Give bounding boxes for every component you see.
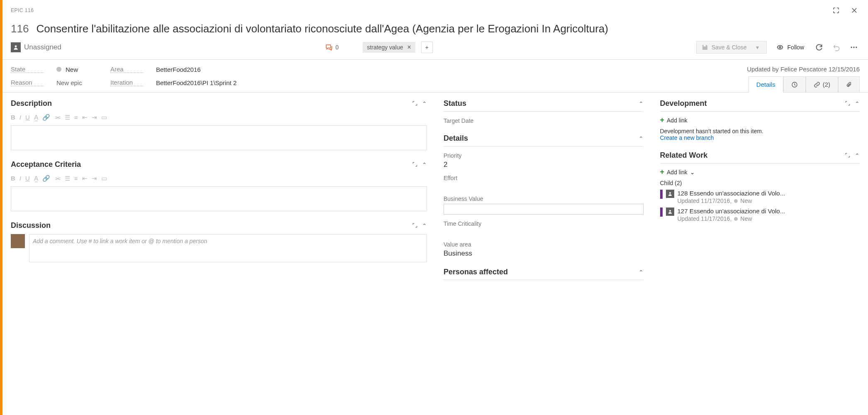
chevron-up-icon[interactable]: ⌃ — [855, 152, 860, 159]
expand-icon[interactable] — [412, 100, 418, 107]
image-icon[interactable]: ▭ — [101, 175, 107, 182]
expand-icon[interactable] — [845, 152, 851, 159]
tag-remove-icon[interactable]: × — [407, 44, 411, 51]
chevron-up-icon[interactable]: ⌃ — [639, 100, 644, 107]
expand-icon[interactable] — [845, 100, 851, 107]
font-icon[interactable]: A̲ — [34, 175, 38, 182]
eye-icon — [776, 44, 784, 51]
maximize-icon[interactable] — [831, 5, 841, 16]
area-value[interactable]: BetterFood2016 — [156, 66, 201, 73]
comment-input[interactable]: Add a comment. Use # to link a work item… — [29, 234, 427, 262]
add-dev-link-button[interactable]: + Add link — [660, 116, 860, 124]
unlink-icon[interactable]: ⫘ — [54, 114, 61, 121]
link-icon[interactable]: 🔗 — [42, 175, 50, 182]
image-icon[interactable]: ▭ — [101, 114, 107, 121]
plus-icon: + — [660, 168, 665, 176]
more-icon[interactable] — [848, 42, 860, 53]
svg-point-3 — [853, 46, 854, 48]
chevron-up-icon[interactable]: ⌃ — [639, 135, 644, 142]
child-heading: Child (2) — [660, 180, 860, 186]
chevron-up-icon[interactable]: ⌃ — [422, 222, 427, 229]
save-icon — [702, 44, 708, 51]
chevron-up-icon[interactable]: ⌃ — [855, 100, 860, 107]
chevron-down-icon[interactable]: ▾ — [756, 44, 759, 51]
unassigned-avatar-icon — [666, 208, 674, 216]
acceptance-input[interactable] — [11, 186, 427, 211]
business-value-label: Business Value — [444, 195, 644, 202]
development-heading: Development — [660, 99, 707, 108]
state-dot-icon — [734, 199, 738, 203]
updated-by: Updated by Felice Pescatore 12/15/2016 — [747, 66, 860, 73]
comment-count[interactable]: 0 — [325, 44, 339, 51]
area-label: Area — [110, 66, 144, 73]
add-related-link-button[interactable]: + Add link ⌄ — [660, 168, 860, 176]
child-work-item[interactable]: 127 Essendo un'associazione di Volo... U… — [660, 208, 860, 222]
tab-attachments[interactable] — [838, 76, 860, 92]
unlink-icon[interactable]: ⫘ — [54, 175, 61, 182]
chevron-up-icon[interactable]: ⌃ — [639, 269, 644, 276]
tab-history[interactable] — [783, 76, 806, 92]
outdent-icon[interactable]: ⇤ — [82, 114, 88, 121]
bold-icon[interactable]: B — [11, 175, 15, 182]
value-area-value[interactable]: Business — [444, 249, 644, 258]
state-dot-icon — [56, 67, 61, 72]
details-heading: Details — [444, 134, 468, 143]
chevron-up-icon[interactable]: ⌃ — [422, 161, 427, 168]
underline-icon[interactable]: U — [25, 175, 30, 182]
child-work-item[interactable]: 128 Essendo un'associazione di Volo... U… — [660, 190, 860, 204]
outdent-icon[interactable]: ⇤ — [82, 175, 88, 182]
feature-color-bar — [660, 190, 663, 199]
epic-title[interactable]: Consentire l'abilitazione alle associazi… — [36, 22, 608, 35]
bullet-list-icon[interactable]: ☰ — [65, 114, 70, 121]
indent-icon[interactable]: ⇥ — [92, 175, 97, 182]
priority-value[interactable]: 2 — [444, 161, 644, 169]
tab-details[interactable]: Details — [749, 76, 783, 93]
save-close-button[interactable]: Save & Close ▾ — [696, 41, 767, 54]
discussion-heading: Discussion — [11, 221, 51, 230]
refresh-icon[interactable] — [813, 42, 825, 53]
tag-strategy-value[interactable]: strategy value × — [363, 42, 415, 53]
target-date-label: Target Date — [444, 117, 644, 124]
underline-icon[interactable]: U — [25, 114, 30, 121]
history-icon — [791, 81, 798, 88]
svg-point-7 — [669, 210, 671, 212]
link-icon[interactable]: 🔗 — [42, 114, 50, 121]
tab-links[interactable]: (2) — [806, 76, 838, 92]
expand-icon[interactable] — [412, 222, 418, 229]
create-branch-link[interactable]: Create a new branch — [660, 134, 860, 141]
number-list-icon[interactable]: ≡ — [74, 114, 78, 121]
svg-point-4 — [856, 46, 857, 48]
svg-point-0 — [15, 45, 17, 47]
iteration-value[interactable]: BetterFood2016\PI 1\Sprint 2 — [156, 79, 237, 86]
undo-icon[interactable] — [831, 42, 842, 53]
font-icon[interactable]: A̲ — [34, 114, 38, 121]
reason-value[interactable]: New epic — [56, 79, 82, 86]
add-tag-button[interactable]: + — [421, 42, 433, 53]
description-input[interactable] — [11, 125, 427, 150]
assignee-field[interactable]: Unassigned — [11, 42, 61, 52]
link-icon — [814, 81, 820, 88]
related-work-heading: Related Work — [660, 151, 708, 160]
plus-icon: + — [660, 116, 665, 124]
svg-point-6 — [669, 192, 671, 194]
comment-icon — [325, 44, 333, 51]
bold-icon[interactable]: B — [11, 114, 15, 121]
follow-button[interactable]: Follow — [773, 42, 807, 52]
bullet-list-icon[interactable]: ☰ — [65, 175, 70, 182]
indent-icon[interactable]: ⇥ — [92, 114, 97, 121]
chevron-up-icon[interactable]: ⌃ — [422, 100, 427, 107]
svg-point-1 — [779, 46, 781, 48]
italic-icon[interactable]: I — [20, 175, 21, 182]
close-icon[interactable] — [849, 5, 860, 16]
description-heading: Description — [11, 99, 52, 108]
number-list-icon[interactable]: ≡ — [74, 175, 78, 182]
priority-label: Priority — [444, 152, 644, 159]
business-value-input[interactable] — [444, 204, 644, 215]
italic-icon[interactable]: I — [20, 114, 21, 121]
rte-toolbar: B I U A̲ 🔗 ⫘ ☰ ≡ ⇤ ⇥ ▭ — [11, 111, 427, 124]
expand-icon[interactable] — [412, 161, 418, 168]
state-value[interactable]: New — [66, 66, 78, 73]
personas-heading: Personas affected — [444, 268, 508, 276]
time-criticality-label: Time Criticality — [444, 220, 644, 227]
assignee-label: Unassigned — [24, 43, 61, 51]
